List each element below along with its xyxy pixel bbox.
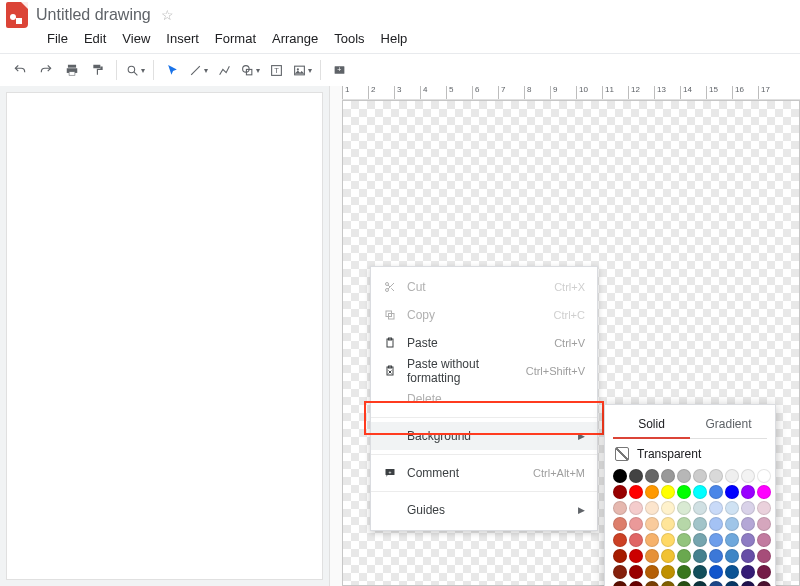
color-swatch[interactable]: [613, 549, 627, 563]
star-icon[interactable]: ☆: [161, 7, 174, 23]
ctx-background[interactable]: Background▶: [371, 422, 597, 450]
color-swatch[interactable]: [725, 469, 739, 483]
color-swatch[interactable]: [677, 517, 691, 531]
color-swatch[interactable]: [709, 581, 723, 586]
color-swatch[interactable]: [757, 517, 771, 531]
color-swatch[interactable]: [677, 533, 691, 547]
color-swatch[interactable]: [645, 517, 659, 531]
color-swatch[interactable]: [693, 517, 707, 531]
color-swatch[interactable]: [645, 485, 659, 499]
line-icon[interactable]: [186, 58, 210, 82]
color-swatch[interactable]: [661, 485, 675, 499]
color-swatch[interactable]: [725, 517, 739, 531]
color-swatch[interactable]: [629, 581, 643, 586]
color-swatch[interactable]: [629, 485, 643, 499]
color-swatch[interactable]: [677, 581, 691, 586]
image-icon[interactable]: [290, 58, 314, 82]
color-swatch[interactable]: [757, 501, 771, 515]
color-swatch[interactable]: [677, 549, 691, 563]
color-swatch[interactable]: [613, 485, 627, 499]
color-swatch[interactable]: [693, 581, 707, 586]
color-swatch[interactable]: [741, 501, 755, 515]
color-swatch[interactable]: [629, 501, 643, 515]
ctx-comment[interactable]: +CommentCtrl+Alt+M: [371, 459, 597, 487]
shape-icon[interactable]: [238, 58, 262, 82]
color-swatch[interactable]: [725, 565, 739, 579]
color-swatch[interactable]: [757, 469, 771, 483]
color-swatch[interactable]: [677, 565, 691, 579]
menu-file[interactable]: File: [40, 28, 75, 49]
color-swatch[interactable]: [693, 485, 707, 499]
color-swatch[interactable]: [677, 485, 691, 499]
color-swatch[interactable]: [661, 565, 675, 579]
color-swatch[interactable]: [645, 581, 659, 586]
color-swatch[interactable]: [645, 565, 659, 579]
color-swatch[interactable]: [661, 517, 675, 531]
color-swatch[interactable]: [677, 501, 691, 515]
document-title[interactable]: Untitled drawing: [36, 6, 151, 24]
print-icon[interactable]: [60, 58, 84, 82]
color-swatch[interactable]: [613, 581, 627, 586]
color-swatch[interactable]: [629, 533, 643, 547]
tab-solid[interactable]: Solid: [613, 411, 690, 439]
color-swatch[interactable]: [693, 549, 707, 563]
select-icon[interactable]: [160, 58, 184, 82]
color-swatch[interactable]: [709, 549, 723, 563]
color-swatch[interactable]: [645, 469, 659, 483]
redo-icon[interactable]: [34, 58, 58, 82]
color-swatch[interactable]: [693, 565, 707, 579]
color-swatch[interactable]: [725, 581, 739, 586]
color-swatch[interactable]: [629, 517, 643, 531]
color-swatch[interactable]: [677, 469, 691, 483]
color-swatch[interactable]: [709, 533, 723, 547]
ctx-guides[interactable]: Guides▶: [371, 496, 597, 524]
color-swatch[interactable]: [757, 581, 771, 586]
color-swatch[interactable]: [741, 581, 755, 586]
color-swatch[interactable]: [757, 533, 771, 547]
color-swatch[interactable]: [693, 501, 707, 515]
menu-view[interactable]: View: [115, 28, 157, 49]
color-swatch[interactable]: [741, 485, 755, 499]
color-swatch[interactable]: [709, 469, 723, 483]
color-swatch[interactable]: [693, 469, 707, 483]
insert-comment-icon[interactable]: +: [327, 58, 351, 82]
color-swatch[interactable]: [613, 565, 627, 579]
color-swatch[interactable]: [725, 549, 739, 563]
color-swatch[interactable]: [757, 549, 771, 563]
color-swatch[interactable]: [757, 565, 771, 579]
color-swatch[interactable]: [661, 469, 675, 483]
color-swatch[interactable]: [725, 501, 739, 515]
color-swatch[interactable]: [661, 549, 675, 563]
menu-tools[interactable]: Tools: [327, 28, 371, 49]
color-swatch[interactable]: [725, 533, 739, 547]
textbox-icon[interactable]: T: [264, 58, 288, 82]
color-swatch[interactable]: [741, 469, 755, 483]
color-swatch[interactable]: [613, 469, 627, 483]
color-swatch[interactable]: [613, 517, 627, 531]
menu-help[interactable]: Help: [374, 28, 415, 49]
color-swatch[interactable]: [709, 517, 723, 531]
color-swatch[interactable]: [757, 485, 771, 499]
color-swatch[interactable]: [741, 517, 755, 531]
color-swatch[interactable]: [645, 533, 659, 547]
color-swatch[interactable]: [661, 501, 675, 515]
color-swatch[interactable]: [629, 565, 643, 579]
undo-icon[interactable]: [8, 58, 32, 82]
ctx-paste[interactable]: PasteCtrl+V: [371, 329, 597, 357]
menu-arrange[interactable]: Arrange: [265, 28, 325, 49]
color-swatch[interactable]: [709, 501, 723, 515]
color-swatch[interactable]: [613, 533, 627, 547]
menu-insert[interactable]: Insert: [159, 28, 206, 49]
color-swatch[interactable]: [613, 501, 627, 515]
color-swatch[interactable]: [709, 565, 723, 579]
color-swatch[interactable]: [661, 533, 675, 547]
color-swatch[interactable]: [741, 549, 755, 563]
menu-edit[interactable]: Edit: [77, 28, 113, 49]
color-swatch[interactable]: [661, 581, 675, 586]
color-swatch[interactable]: [725, 485, 739, 499]
color-swatch[interactable]: [645, 501, 659, 515]
menu-format[interactable]: Format: [208, 28, 263, 49]
transparent-option[interactable]: Transparent: [613, 439, 767, 467]
color-swatch[interactable]: [709, 485, 723, 499]
color-swatch[interactable]: [693, 533, 707, 547]
